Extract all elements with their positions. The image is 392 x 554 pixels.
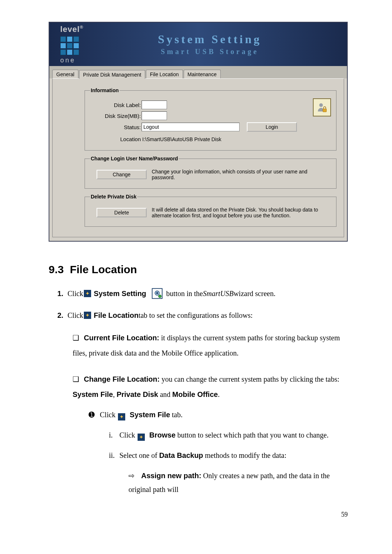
user-lock-icon xyxy=(313,98,331,116)
group-change-login-legend: Change Login User Name/Password xyxy=(90,156,179,161)
section-title: File Location xyxy=(70,263,137,275)
disk-label-value xyxy=(142,100,167,109)
system-setting-gear-icon xyxy=(152,288,163,299)
group-information: Information Disk Label: Disk Size(MB): S… xyxy=(85,87,336,151)
arrow-assign-new-path: ⇨ Assign new path: Only creates a new pa… xyxy=(128,469,348,496)
location-value: I:\SmartUSB\AutoUSB Private Disk xyxy=(142,136,221,142)
tab-panel-pdm: Information Disk Label: Disk Size(MB): S… xyxy=(52,78,344,237)
svg-point-4 xyxy=(156,292,158,294)
step-1-text-a: Click xyxy=(68,287,83,300)
bullet-marker: ❑ xyxy=(73,372,82,387)
bullet-list: ❑ Current File Location: it displays the… xyxy=(73,330,348,496)
system-setting-window: level® one System Setting Smart USB Stor… xyxy=(49,22,348,242)
c1-bold: System File xyxy=(130,411,170,419)
r1-bold: Browse xyxy=(149,431,175,439)
roman-ii-marker: ii. xyxy=(109,448,118,462)
b2-text: you can change the current system paths … xyxy=(160,375,339,383)
step-1-number: 1. xyxy=(57,287,68,300)
location-label: Location xyxy=(90,136,142,142)
status-value: Logout xyxy=(142,123,240,131)
step-1-italic: SmartUSB xyxy=(203,287,233,300)
group-change-login: Change Login User Name/Password Change C… xyxy=(85,156,336,189)
logo-subtext: one xyxy=(60,57,75,64)
system-setting-tiny-icon: ✦ xyxy=(84,290,91,297)
logo-text: level xyxy=(60,25,80,34)
browse-tiny-icon: ✦ xyxy=(138,434,145,441)
roman-i-marker: i. xyxy=(109,428,118,442)
roman-ii: ii. Select one of Data Backup methods to… xyxy=(109,448,348,496)
roman-list: i. Click ✦ Browse button to select which… xyxy=(109,428,348,496)
b2-bold: Change File Location: xyxy=(84,375,160,383)
section-heading: 9.3 File Location xyxy=(49,263,348,276)
change-button[interactable]: Change xyxy=(97,170,147,179)
disk-label-label: Disk Label: xyxy=(90,102,142,108)
arrow-marker: ⇨ xyxy=(128,469,139,483)
r2-a: Select one of xyxy=(119,451,159,459)
tab-private-disk-management[interactable]: Private Disk Management xyxy=(79,70,145,79)
arrow-list: ⇨ Assign new path: Only creates a new pa… xyxy=(128,469,348,496)
c1-c: tab. xyxy=(172,411,183,419)
step-1-text-e: wizard screen. xyxy=(233,287,275,300)
svg-rect-1 xyxy=(323,109,327,112)
tab-file-location[interactable]: File Location xyxy=(146,70,183,78)
page-number: 59 xyxy=(49,511,348,518)
circled-1: ➊ Click ✦ System File tab. i. Click ✦ Br… xyxy=(89,408,348,496)
tab-maintenance[interactable]: Maintenance xyxy=(184,70,221,78)
step-2-text-c: tab to set the configurations as follows… xyxy=(139,308,253,322)
delete-desc: It will delete all data stored on the Pr… xyxy=(147,207,331,218)
system-file-tiny-icon: ✦ xyxy=(118,413,125,420)
b1-bold: Current File Location: xyxy=(84,334,159,342)
bullet-current-file-location: ❑ Current File Location: it displays the… xyxy=(73,330,348,361)
step-2-bold: File Location xyxy=(94,308,138,322)
b2-pd: Private Disk xyxy=(117,390,158,398)
step-2-text-a: Click xyxy=(68,308,83,322)
logo-grid-icon xyxy=(60,36,79,55)
step-list: 1. Click ✦ System Setting button in the … xyxy=(57,287,348,322)
bullet-change-file-location: ❑ Change File Location: you can change t… xyxy=(73,372,348,496)
file-location-tiny-icon: ✦ xyxy=(84,312,91,319)
tab-bar: General Private Disk Management File Loc… xyxy=(49,66,347,78)
svg-point-5 xyxy=(159,295,162,298)
bullet-marker: ❑ xyxy=(73,330,82,345)
step-2-number: 2. xyxy=(57,308,68,322)
window-title: System Setting xyxy=(83,33,336,46)
disk-size-label: Disk Size(MB): xyxy=(90,113,142,119)
step-1-text-c: button in the xyxy=(166,287,203,300)
circled-list: ➊ Click ✦ System File tab. i. Click ✦ Br… xyxy=(89,408,348,496)
r1-a: Click xyxy=(119,431,137,439)
r1-c: button to select which path that you wan… xyxy=(177,431,329,439)
a1-bold: Assign new path: xyxy=(141,472,201,480)
app-header: level® one System Setting Smart USB Stor… xyxy=(49,22,347,66)
login-button[interactable]: Login xyxy=(247,122,297,132)
b2-mo: Mobile Office xyxy=(172,390,218,398)
delete-button[interactable]: Delete xyxy=(97,208,147,217)
r2-c: methods to modify the data: xyxy=(205,451,286,459)
change-desc: Change your login information, which con… xyxy=(147,169,331,180)
section-number: 9.3 xyxy=(49,263,64,275)
status-label: Status: xyxy=(90,124,142,130)
roman-i: i. Click ✦ Browse button to select which… xyxy=(109,428,348,442)
group-delete-disk: Delete Private Disk Delete It will delet… xyxy=(85,194,336,227)
circled-marker: ➊ xyxy=(89,408,98,422)
brand-logo: level® one xyxy=(60,22,83,66)
step-1: 1. Click ✦ System Setting button in the … xyxy=(57,287,348,300)
tab-general[interactable]: General xyxy=(52,70,78,78)
group-delete-disk-legend: Delete Private Disk xyxy=(90,194,137,200)
b2-sf: System File xyxy=(73,390,113,398)
c1-a: Click xyxy=(100,411,117,419)
r2-bold: Data Backup xyxy=(159,451,203,459)
svg-point-0 xyxy=(319,103,323,107)
step-2: 2. Click ✦ File Location tab to set the … xyxy=(57,308,348,322)
window-subtitle: Smart USB Storage xyxy=(83,48,336,56)
logo-reg: ® xyxy=(80,25,83,30)
disk-size-value xyxy=(142,111,167,120)
group-information-legend: Information xyxy=(90,87,119,93)
step-1-bold: System Setting xyxy=(94,287,146,300)
